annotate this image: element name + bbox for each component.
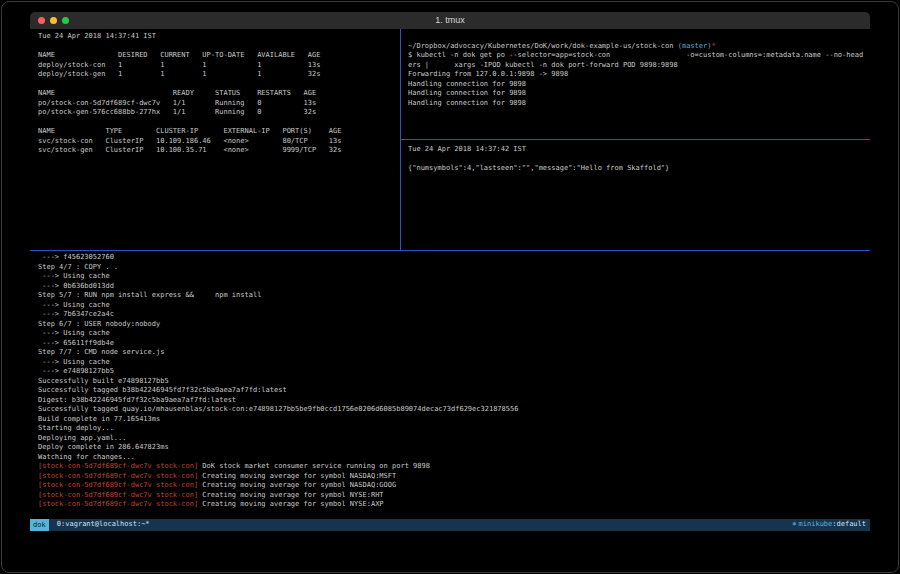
pane-port-forward[interactable]: ~/Dropbox/advocacy/Kubernetes/DoK/work/d…: [402, 29, 870, 139]
terminal-line: Tue 24 Apr 2018 14:37:42 IST: [408, 145, 870, 155]
zoom-button[interactable]: [62, 17, 69, 24]
terminal-line: Step 5/7 : RUN npm install express && np…: [38, 291, 870, 301]
kube-namespace-label: :default: [832, 520, 866, 530]
pane-border-right-split: [401, 139, 870, 140]
pane-border-main-split: [30, 250, 870, 251]
terminal-line: ---> 65611ff9db4e: [38, 339, 870, 349]
terminal-line: [38, 80, 400, 90]
terminal-line: Handling connection for 9898: [408, 99, 870, 109]
kubernetes-helm-icon: ⎈: [792, 520, 796, 530]
terminal-line: ---> Using cache: [38, 272, 870, 282]
terminal-line: Successfully built e74898127bb5: [38, 377, 870, 387]
pane-kubectl-watch[interactable]: Tue 24 Apr 2018 14:37:41 IST NAME DESIRE…: [30, 29, 400, 249]
terminal-line: deploy/stock-gen 1 1 1 1 32s: [38, 70, 400, 80]
close-button[interactable]: [38, 17, 45, 24]
terminal-line: svc/stock-con ClusterIP 10.109.186.46 <n…: [38, 137, 400, 147]
terminal-line: {"numsymbols":4,"lastseen":"","message":…: [408, 164, 870, 174]
terminal-line: ---> Using cache: [38, 301, 870, 311]
terminal-line: [408, 32, 870, 42]
window-title: 1. tmux: [30, 12, 870, 29]
pane-service-response[interactable]: Tue 24 Apr 2018 14:37:42 IST {"numsymbol…: [402, 141, 870, 249]
terminal-line: Deploy complete in 286.647823ms: [38, 443, 870, 453]
terminal-line: NAME DESIRED CURRENT UP-TO-DATE AVAILABL…: [38, 51, 400, 61]
window-titlebar: 1. tmux: [30, 12, 870, 29]
terminal-window: 1. tmux Tue 24 Apr 2018 14:37:41 IST NAM…: [1, 1, 899, 573]
terminal-line: [stock-con-5d7df689cf-dwc7v stock-con] C…: [38, 491, 870, 501]
terminal-line: ~/Dropbox/advocacy/Kubernetes/DoK/work/d…: [408, 42, 870, 52]
terminal-line: [stock-con-5d7df689cf-dwc7v stock-con] C…: [38, 472, 870, 482]
terminal-line: Forwarding from 127.0.0.1:9898 -> 9898: [408, 70, 870, 80]
traffic-lights: [38, 17, 69, 24]
terminal-line: [38, 118, 400, 128]
terminal-line: ---> 0b636bd013dd: [38, 282, 870, 292]
terminal-line: Handling connection for 9898: [408, 80, 870, 90]
terminal-line: ---> e74898127bb5: [38, 367, 870, 377]
terminal-line: Digest: b38b42246945fd7f32c5ba9aea7af7fd…: [38, 396, 870, 406]
terminal-line: [408, 155, 870, 165]
terminal-line: Step 4/7 : COPY . .: [38, 263, 870, 273]
terminal-line: NAME TYPE CLUSTER-IP EXTERNAL-IP PORT(S)…: [38, 127, 400, 137]
terminal-line: [stock-con-5d7df689cf-dwc7v stock-con] C…: [38, 500, 870, 510]
minimize-button[interactable]: [50, 17, 57, 24]
tmux-terminal: Tue 24 Apr 2018 14:37:41 IST NAME DESIRE…: [30, 29, 870, 531]
terminal-line: Deploying app.yaml...: [38, 434, 870, 444]
terminal-line: $ kubectl -n dok get po --selector=app=s…: [408, 51, 870, 61]
kube-context-label: minikube: [799, 520, 833, 530]
terminal-line: [38, 42, 400, 52]
terminal-line: NAME READY STATUS RESTARTS AGE: [38, 89, 400, 99]
terminal-line: deploy/stock-con 1 1 1 1 13s: [38, 61, 400, 71]
terminal-line: Successfully tagged b38b42246945fd7f32c5…: [38, 386, 870, 396]
terminal-line: po/stock-gen-576cc688bb-277hx 1/1 Runnin…: [38, 108, 400, 118]
terminal-line: ---> f45623052760: [38, 253, 870, 263]
session-badge[interactable]: dok: [30, 519, 49, 531]
terminal-line: ers | xargs -IPOD kubectl -n dok port-fo…: [408, 61, 870, 71]
pane-skaffold-log[interactable]: ---> f45623052760Step 4/7 : COPY . . ---…: [30, 251, 870, 519]
terminal-line: [stock-con-5d7df689cf-dwc7v stock-con] C…: [38, 481, 870, 491]
terminal-line: svc/stock-gen ClusterIP 10.100.35.71 <no…: [38, 146, 400, 156]
terminal-line: ---> Using cache: [38, 358, 870, 368]
terminal-line: Step 7/7 : CMD node service.js: [38, 348, 870, 358]
terminal-line: ---> Using cache: [38, 329, 870, 339]
terminal-line: Watching for changes...: [38, 453, 870, 463]
tmux-status-bar: dok 0:vagrant@localhost:~* ⎈ minikube :d…: [30, 519, 870, 531]
terminal-line: Step 6/7 : USER nobody:nobody: [38, 320, 870, 330]
window-label[interactable]: 0:vagrant@localhost:~*: [53, 520, 150, 530]
terminal-line: Build complete in 77.165413ms: [38, 415, 870, 425]
terminal-line: po/stock-con-5d7df689cf-dwc7v 1/1 Runnin…: [38, 99, 400, 109]
terminal-line: [stock-con-5d7df689cf-dwc7v stock-con] D…: [38, 462, 870, 472]
terminal-line: Successfully tagged quay.io/mhausenblas/…: [38, 405, 870, 415]
terminal-line: Starting deploy...: [38, 424, 870, 434]
terminal-line: Tue 24 Apr 2018 14:37:41 IST: [38, 32, 400, 42]
terminal-line: Handling connection for 9898: [408, 89, 870, 99]
terminal-line: ---> 7b6347ce2a4c: [38, 310, 870, 320]
